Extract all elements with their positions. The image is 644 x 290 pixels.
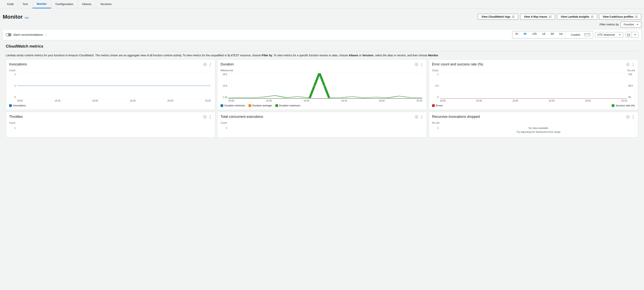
chevron-down-icon — [619, 34, 621, 35]
legend-errors[interactable]: Errors — [432, 104, 443, 107]
swatch-icon — [9, 104, 12, 107]
chart-title: Recursive invocations dropped — [432, 115, 480, 119]
more-icon[interactable]: ⋮ — [208, 115, 212, 119]
tab-aliases[interactable]: Aliases — [78, 0, 96, 8]
y-axis-label: Milliseconds — [220, 69, 423, 72]
more-icon[interactable]: ⋮ — [420, 63, 424, 66]
info-icon[interactable]: i — [204, 115, 206, 118]
legend-duration-min[interactable]: Duration minimum — [220, 104, 245, 107]
legend-duration-avg[interactable]: Duration average — [248, 104, 272, 107]
chart-duration: Duration i ⋮ Milliseconds 28.5 14.9 1.25 — [217, 59, 426, 110]
view-lambda-insights-button[interactable]: View Lambda Insights — [557, 14, 597, 20]
more-icon[interactable]: ⋮ — [208, 63, 212, 66]
y-ticks: 2 1 0 — [9, 73, 16, 99]
alarm-recommendations-label: Alarm recommendations — [14, 33, 43, 36]
tab-code[interactable]: Code — [3, 0, 18, 8]
x-ticks: 18:0018:3019:00 19:3020:0020:30 — [228, 99, 422, 102]
plot — [440, 73, 627, 99]
btn-label: View X-Ray traces — [524, 15, 547, 18]
swatch-icon — [248, 104, 251, 107]
external-link-icon — [512, 15, 514, 18]
custom-label: Custom — [568, 32, 583, 37]
swatch-icon — [220, 104, 223, 107]
tab-monitor[interactable]: Monitor — [32, 0, 51, 8]
time-3h[interactable]: 3h — [521, 31, 530, 38]
btn-label: View CodeGuru profiles — [603, 15, 634, 18]
more-icon[interactable]: ⋮ — [420, 115, 424, 119]
external-link-icon — [549, 15, 552, 18]
swatch-icon — [432, 104, 435, 107]
chart-title: Throttles — [9, 115, 23, 119]
page-title: Monitor Info — [3, 14, 29, 20]
info-icon[interactable]: i — [415, 115, 418, 118]
tab-versions[interactable]: Versions — [96, 0, 116, 8]
chart-title: Duration — [220, 62, 234, 66]
alarm-recommendations-toggle[interactable] — [6, 33, 12, 36]
legend-invocations[interactable]: Invocations — [9, 104, 26, 107]
lightbulb-icon: ♀ — [45, 33, 47, 36]
tab-configuration[interactable]: Configuration — [51, 0, 78, 8]
section-description: Lambda sends runtime metrics for your fu… — [6, 51, 638, 57]
chart-title: Error count and success rate (%) — [432, 62, 483, 66]
y-tick: 1 — [9, 125, 212, 129]
y-axis-label: No unit — [432, 122, 635, 124]
y-ticks-left: 1 0.5 0 — [432, 73, 439, 99]
no-data-message: No data available.Try adjusting the dash… — [442, 125, 635, 135]
view-cloudwatch-logs-button[interactable]: View CloudWatch logs — [478, 14, 518, 20]
time-range-selector: 1h 3h 12h 1d 3d 1w Custom — [512, 31, 593, 38]
page-title-text: Monitor — [3, 14, 23, 20]
external-link-icon — [591, 15, 594, 18]
legend-duration-max[interactable]: Duration maximum — [275, 104, 300, 107]
time-1h[interactable]: 1h — [512, 31, 521, 38]
section-title: CloudWatch metrics — [6, 44, 638, 48]
y-axis-label-right: No unit — [628, 69, 635, 72]
calendar-icon — [584, 33, 590, 36]
swatch-icon — [275, 104, 278, 107]
time-1d[interactable]: 1d — [540, 31, 548, 38]
x-ticks: 18:0018:3019:00 19:3020:0020:30 — [17, 99, 211, 102]
more-icon[interactable]: ⋮ — [631, 115, 635, 119]
y-axis-label: Count — [220, 122, 423, 124]
timezone-label: UTC timezone — [598, 33, 615, 36]
info-icon[interactable]: i — [626, 115, 630, 118]
view-xray-traces-button[interactable]: View X-Ray traces — [520, 14, 555, 20]
y-axis-label: Count — [9, 122, 212, 124]
chart-invocations: Invocations i ⋮ Count 2 1 0 18:00 — [6, 59, 215, 110]
refresh-button[interactable] — [625, 32, 632, 38]
timezone-select[interactable]: UTC timezone — [595, 32, 623, 37]
chevron-down-icon — [634, 34, 636, 35]
refresh-options-button[interactable] — [632, 32, 638, 38]
y-ticks: 28.5 14.9 1.25 — [220, 73, 227, 99]
btn-label: View CloudWatch logs — [482, 15, 510, 18]
info-icon[interactable]: i — [415, 63, 418, 66]
more-icon[interactable]: ⋮ — [631, 63, 635, 66]
chevron-down-icon — [636, 24, 638, 25]
tab-bar: Code Test Monitor Configuration Aliases … — [0, 0, 644, 8]
y-tick: 1 — [432, 125, 439, 129]
y-tick: 2 — [220, 125, 423, 129]
x-ticks: 18:0018:3019:00 19:3020:0020:30 — [440, 99, 627, 102]
time-12h[interactable]: 12h — [530, 31, 540, 38]
time-3d[interactable]: 3d — [548, 31, 556, 38]
info-icon[interactable]: i — [626, 63, 630, 66]
chart-title: Invocations — [9, 62, 27, 66]
view-codeguru-profiles-button[interactable]: View CodeGuru profiles — [599, 14, 641, 20]
filter-value: Function — [624, 23, 634, 26]
tab-test[interactable]: Test — [18, 0, 32, 8]
info-link[interactable]: Info — [25, 16, 29, 19]
toolbar: Alarm recommendations ♀ 1h 3h 12h 1d 3d … — [3, 29, 641, 40]
filter-label: Filter metrics by — [600, 23, 619, 26]
plot — [228, 73, 422, 99]
chart-title: Total concurrent executions — [220, 115, 263, 119]
legend-success-rate[interactable]: Success rate (%) — [612, 104, 635, 107]
time-custom[interactable]: Custom — [565, 31, 593, 38]
chart-recursive: Recursive invocations dropped i ⋮ No uni… — [429, 112, 638, 138]
info-icon[interactable]: i — [204, 63, 206, 66]
y-axis-label: Count — [9, 69, 212, 72]
swatch-icon — [612, 104, 614, 107]
time-1w[interactable]: 1w — [556, 31, 565, 38]
chart-throttles: Throttles i ⋮ Count 1 — [6, 112, 215, 138]
y-axis-label-left: Count — [432, 69, 438, 72]
btn-label: View Lambda Insights — [561, 15, 589, 18]
filter-select[interactable]: Function — [621, 21, 641, 27]
